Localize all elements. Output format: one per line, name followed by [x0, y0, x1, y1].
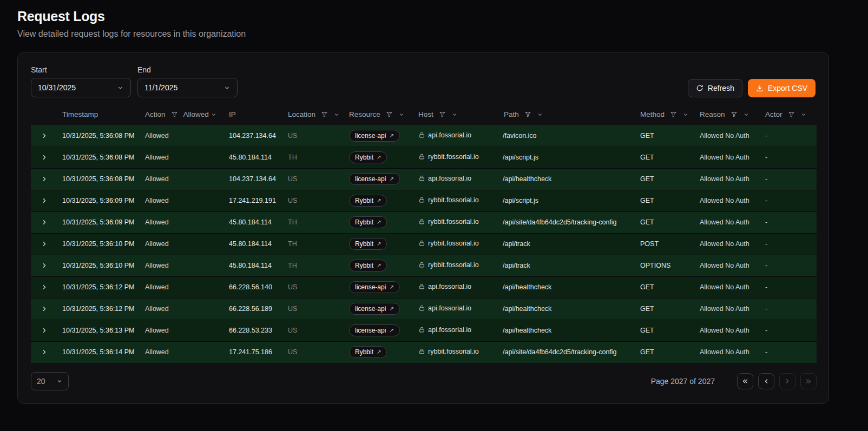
request-logs-page: Request Logs View detailed request logs …: [0, 0, 868, 404]
log-row[interactable]: 10/31/2025, 5:36:12 PMAllowed66.228.56.1…: [31, 298, 817, 320]
resource-badge[interactable]: Rybbit↗: [349, 216, 387, 228]
lock-icon: [418, 304, 425, 311]
method-filter-icon[interactable]: [670, 111, 677, 118]
download-icon: [756, 84, 764, 92]
log-row[interactable]: 10/31/2025, 5:36:08 PMAllowed104.237.134…: [31, 168, 817, 190]
lock-icon: [418, 131, 425, 138]
cell-timestamp: 10/31/2025, 5:36:12 PM: [58, 276, 141, 298]
resource-badge[interactable]: license-api↗: [349, 173, 400, 185]
log-row[interactable]: 10/31/2025, 5:36:10 PMAllowed45.80.184.1…: [31, 233, 817, 255]
row-expand-icon[interactable]: [41, 327, 48, 334]
resource-badge[interactable]: license-api↗: [349, 130, 400, 142]
lock-icon: [418, 326, 425, 333]
row-expand-icon[interactable]: [41, 348, 48, 356]
log-row[interactable]: 10/31/2025, 5:36:09 PMAllowed17.241.219.…: [31, 190, 817, 211]
resource-chevron-icon[interactable]: [398, 111, 405, 118]
reason-filter-icon[interactable]: [731, 111, 738, 118]
row-expand-icon[interactable]: [41, 262, 48, 269]
row-expand-icon[interactable]: [41, 305, 48, 313]
actor-chevron-icon[interactable]: [800, 111, 807, 118]
location-filter-icon[interactable]: [321, 111, 328, 118]
chevron-down-icon: [223, 84, 231, 91]
path-chevron-icon[interactable]: [537, 111, 543, 118]
log-row[interactable]: 10/31/2025, 5:36:08 PMAllowed104.237.134…: [31, 125, 817, 147]
cell-timestamp: 10/31/2025, 5:36:09 PM: [58, 211, 141, 233]
external-link-icon: ↗: [377, 155, 381, 160]
row-expand-icon[interactable]: [41, 132, 48, 140]
end-date-select[interactable]: 11/1/2025: [137, 78, 238, 97]
cell-actor: -: [761, 341, 817, 363]
actor-filter-icon[interactable]: [788, 111, 795, 118]
log-row[interactable]: 10/31/2025, 5:36:13 PMAllowed66.228.53.2…: [31, 320, 817, 341]
log-row[interactable]: 10/31/2025, 5:36:08 PMAllowed45.80.184.1…: [31, 147, 817, 168]
cell-method: GET: [636, 320, 695, 341]
reason-chevron-icon[interactable]: [743, 111, 749, 118]
request-logs-table: Timestamp Action Allowed IP: [31, 107, 817, 363]
log-row[interactable]: 10/31/2025, 5:36:14 PMAllowed17.241.75.1…: [31, 341, 817, 363]
action-filter-dropdown[interactable]: Allowed: [183, 110, 217, 118]
cell-timestamp: 10/31/2025, 5:36:09 PM: [58, 190, 141, 211]
row-expand-icon[interactable]: [41, 197, 48, 204]
external-link-icon: ↗: [377, 349, 381, 355]
host-chevron-icon[interactable]: [451, 111, 458, 118]
cell-reason: Allowed No Auth: [695, 168, 761, 190]
resource-badge[interactable]: license-api↗: [349, 324, 400, 336]
log-row[interactable]: 10/31/2025, 5:36:10 PMAllowed45.80.184.1…: [31, 255, 817, 276]
cell-ip: 66.228.53.233: [225, 320, 284, 341]
row-expand-icon[interactable]: [41, 240, 48, 248]
cell-method: GET: [636, 168, 695, 190]
log-row[interactable]: 10/31/2025, 5:36:09 PMAllowed45.80.184.1…: [31, 211, 817, 233]
pagination-bar: 20 Page 2027 of 2027: [31, 372, 817, 390]
refresh-button[interactable]: Refresh: [688, 79, 742, 97]
method-chevron-icon[interactable]: [682, 111, 689, 118]
resource-badge[interactable]: license-api↗: [349, 303, 400, 315]
location-chevron-icon[interactable]: [333, 111, 340, 118]
export-csv-button[interactable]: Export CSV: [748, 79, 816, 97]
external-link-icon: ↗: [389, 133, 393, 138]
resource-badge[interactable]: Rybbit↗: [349, 195, 387, 207]
double-chevron-right-icon: [805, 377, 812, 385]
cell-resource: Rybbit↗: [345, 147, 414, 168]
start-date-select[interactable]: 10/31/2025: [31, 78, 131, 97]
external-link-icon: ↗: [377, 241, 381, 247]
row-expand-icon[interactable]: [41, 175, 48, 183]
lock-icon: [418, 196, 425, 203]
cell-actor: -: [761, 211, 817, 233]
cell-path: /api/track: [499, 255, 636, 276]
action-filter-icon[interactable]: [171, 111, 178, 118]
prev-page-button[interactable]: [758, 373, 774, 389]
cell-resource: Rybbit↗: [345, 255, 414, 276]
cell-path: /api/script.js: [499, 190, 636, 211]
col-expand: [31, 107, 58, 125]
chevron-down-icon: [117, 84, 124, 91]
host-filter-icon[interactable]: [439, 111, 446, 118]
cell-actor: -: [761, 147, 817, 168]
row-expand-icon[interactable]: [41, 218, 48, 226]
cell-actor: -: [761, 320, 817, 341]
page-subtitle: View detailed request logs for resources…: [17, 29, 868, 39]
cell-location: TH: [284, 233, 345, 255]
cell-actor: -: [761, 298, 817, 320]
page-size-select[interactable]: 20: [31, 372, 69, 390]
cell-reason: Allowed No Auth: [695, 298, 761, 320]
first-page-button[interactable]: [737, 373, 753, 389]
cell-method: GET: [636, 190, 695, 211]
cell-actor: -: [761, 190, 817, 211]
cell-resource: license-api↗: [345, 320, 414, 341]
resource-badge[interactable]: Rybbit↗: [349, 238, 387, 250]
resource-badge[interactable]: Rybbit↗: [349, 260, 387, 271]
resource-badge[interactable]: Rybbit↗: [349, 151, 387, 163]
row-expand-icon[interactable]: [41, 154, 48, 161]
log-row[interactable]: 10/31/2025, 5:36:12 PMAllowed66.228.56.1…: [31, 276, 817, 298]
cell-action: Allowed: [141, 211, 225, 233]
row-expand-icon[interactable]: [41, 283, 48, 291]
last-page-button[interactable]: [800, 373, 817, 389]
lock-icon: [418, 153, 425, 160]
next-page-button[interactable]: [779, 373, 795, 389]
cell-path: /api/healthcheck: [499, 276, 636, 298]
resource-badge[interactable]: license-api↗: [349, 281, 400, 293]
path-filter-icon[interactable]: [524, 111, 531, 118]
cell-host: api.fossorial.io: [414, 298, 499, 320]
resource-filter-icon[interactable]: [386, 111, 393, 118]
resource-badge[interactable]: Rybbit↗: [349, 346, 387, 358]
